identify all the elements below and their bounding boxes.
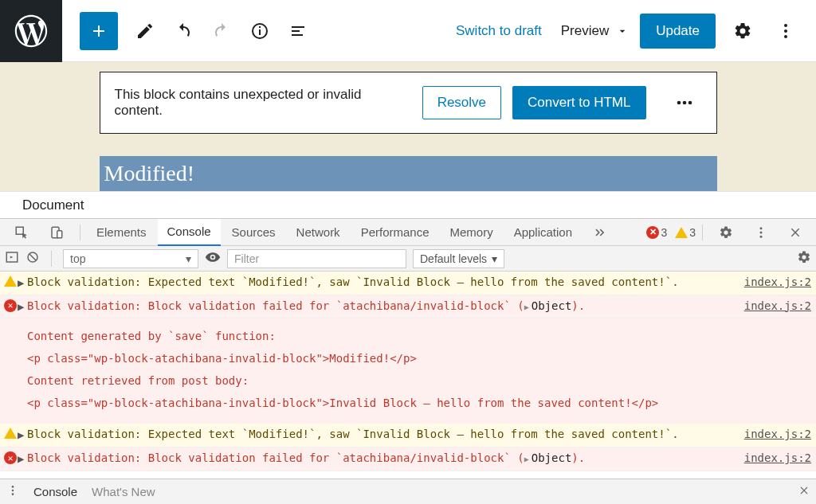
log-source-link[interactable]: index.js:2 [730,426,811,443]
svg-rect-2 [259,26,261,28]
console-settings[interactable] [797,250,811,267]
devtools: Elements Console Sources Network Perform… [0,218,816,504]
pencil-icon [135,21,155,41]
error-line: <p class="wp-block-atachibana-invalid-bl… [27,352,811,365]
log-source-link[interactable]: index.js:2 [730,450,811,467]
devtools-close[interactable] [779,219,811,246]
live-expression-button[interactable] [205,249,221,268]
preview-label: Preview [561,23,609,39]
tab-network[interactable]: Network [287,219,350,246]
log-row-warn[interactable]: ▶ Block validation: Expected text `Modif… [0,272,816,295]
context-value: top [70,252,85,265]
svg-point-12 [760,231,763,233]
expand-caret[interactable]: ▶ [18,450,27,468]
info-icon [250,21,269,41]
add-block-button[interactable] [80,12,118,50]
expand-caret[interactable]: ▶ [18,298,27,316]
edit-button[interactable] [126,12,164,50]
wp-toolbar-right: Switch to draft Preview Update [448,14,816,49]
wp-logo[interactable] [0,0,62,62]
log-source-link[interactable]: index.js:2 [730,274,811,291]
info-button[interactable] [241,12,279,50]
error-line: <p class="wp-block-atachibana-invalid-bl… [27,397,811,409]
log-message: Block validation: Block validation faile… [27,298,730,315]
settings-button[interactable] [727,15,759,47]
clear-console-button[interactable] [26,250,40,267]
drawer-tab-whatsnew[interactable]: What's New [92,485,155,498]
chevron-down-icon: ▾ [492,252,497,265]
console-toolbar: top ▾ Filter Default levels ▾ [0,246,816,272]
warning-icon [675,227,688,238]
log-message: Block validation: Expected text `Modifie… [27,426,730,443]
tab-performance[interactable]: Performance [351,219,439,246]
modified-block[interactable]: Modified! [100,156,717,191]
svg-point-11 [760,227,763,229]
error-icon: ✕ [4,451,17,464]
tab-sources[interactable]: Sources [222,219,285,246]
drawer-close[interactable] [798,485,810,498]
svg-rect-1 [259,29,261,35]
breadcrumb[interactable]: Document [0,191,816,218]
redo-button[interactable] [202,12,241,50]
tab-more[interactable] [583,219,617,246]
warning-icon [4,428,17,439]
devtools-more[interactable] [744,219,778,246]
log-row-warn[interactable]: ▶ Block validation: Expected text `Modif… [0,424,816,447]
svg-point-8 [688,101,692,105]
error-count[interactable]: 3 [661,226,667,239]
device-toggle[interactable] [40,219,73,246]
clear-icon [26,250,40,264]
inspect-button[interactable] [5,219,38,246]
svg-point-6 [677,101,681,105]
preview-button[interactable]: Preview [561,23,629,39]
list-view-button[interactable] [279,12,317,50]
drawer-more[interactable] [6,484,19,499]
gear-icon [733,21,752,41]
error-line: Content retrieved from post body: [27,374,811,387]
log-row-error[interactable]: ✕ ▶ Block validation: Block validation f… [0,295,816,319]
gear-icon [719,225,733,240]
drawer-tab-console[interactable]: Console [33,485,77,498]
wordpress-icon [14,14,48,48]
console-sidebar-toggle[interactable] [5,250,19,267]
gear-icon [797,250,811,264]
error-icon: ✕ [4,299,17,312]
tab-console[interactable]: Console [158,219,221,246]
convert-html-button[interactable]: Convert to HTML [512,86,645,119]
log-row-error[interactable]: ✕ ▶ Block validation: Block validation f… [0,447,816,471]
outline-icon [288,21,308,41]
block-more-button[interactable] [665,84,704,122]
resolve-button[interactable]: Resolve [422,86,501,119]
svg-point-18 [12,493,14,495]
device-icon [49,225,64,240]
devtools-drawer: Console What's New [0,479,816,504]
expand-caret[interactable]: ▶ [18,274,27,292]
svg-point-7 [682,101,686,105]
tab-application[interactable]: Application [504,219,582,246]
warning-icon [4,275,17,287]
svg-point-17 [12,490,14,492]
sidebar-icon [5,250,19,264]
wp-toolbar-left [62,12,317,50]
undo-icon [174,21,193,41]
chevron-down-icon: ▾ [186,252,191,265]
expand-caret[interactable]: ▶ [18,426,27,444]
error-line: Content generated by `save` function: [27,330,811,342]
tab-elements[interactable]: Elements [87,219,156,246]
switch-to-draft[interactable]: Switch to draft [448,18,550,44]
log-message: Block validation: Expected text `Modifie… [27,274,730,291]
wp-toolbar: Switch to draft Preview Update [0,0,816,62]
update-button[interactable]: Update [640,14,716,49]
warn-count[interactable]: 3 [689,226,696,239]
tab-memory[interactable]: Memory [441,219,503,246]
more-button[interactable] [770,15,802,47]
context-select[interactable]: top ▾ [63,249,198,268]
log-source-link[interactable]: index.js:2 [730,298,811,315]
redo-icon [212,21,231,41]
undo-button[interactable] [164,12,202,50]
filter-input[interactable]: Filter [227,249,406,268]
block-warning-text: This block contains unexpected or invali… [115,87,411,119]
levels-select[interactable]: Default levels ▾ [413,249,504,268]
console-log: ▶ Block validation: Expected text `Modif… [0,272,816,479]
devtools-settings[interactable] [709,219,743,246]
